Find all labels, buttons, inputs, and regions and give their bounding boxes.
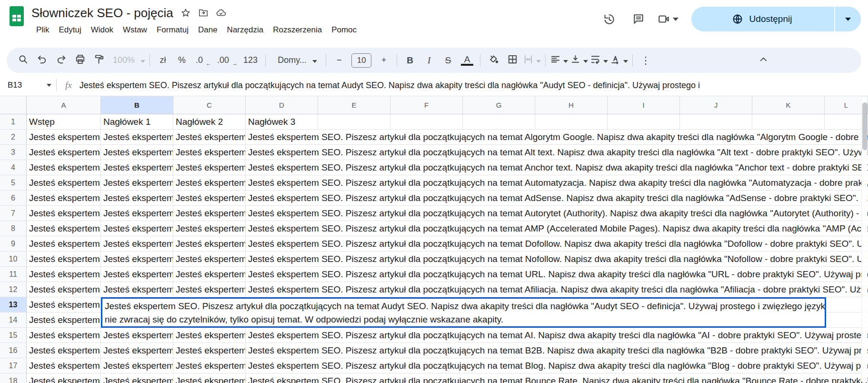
cell-D11[interactable]: Jesteś ekspertem SEO. Piszesz artykuł dl…: [246, 267, 868, 282]
vertical-align-button[interactable]: [570, 51, 588, 70]
cell-C2[interactable]: Jesteś ekspertem SEO.: [173, 130, 246, 145]
cell-B1[interactable]: Nagłówek 1: [101, 114, 173, 130]
row-number-9[interactable]: 9: [0, 236, 27, 252]
increase-decimal-button[interactable]: .00→: [214, 51, 238, 70]
more-toolbar-button[interactable]: ⋮: [637, 51, 654, 70]
menu-item-wstaw[interactable]: Wstaw: [118, 24, 152, 36]
zoom-select[interactable]: 100%: [110, 51, 145, 70]
row-number-10[interactable]: 10: [0, 252, 27, 267]
cell-B11[interactable]: Jesteś ekspertem SEO.: [101, 267, 173, 282]
text-rotation-button[interactable]: [610, 51, 628, 70]
column-header-J[interactable]: J: [680, 96, 752, 114]
bold-button[interactable]: B: [401, 51, 419, 70]
cell-A14[interactable]: Jesteś ekspertem SEO.: [27, 312, 101, 328]
cell-A7[interactable]: Jesteś ekspertem SEO.: [27, 206, 101, 221]
cell-B17[interactable]: Jesteś ekspertem SEO.: [101, 358, 173, 373]
cell-A12[interactable]: Jesteś ekspertem SEO.: [27, 282, 101, 297]
share-dropdown[interactable]: [834, 7, 861, 31]
cell-C15[interactable]: Jesteś ekspertem SEO.: [173, 328, 246, 343]
cell-D12[interactable]: Jesteś ekspertem SEO. Piszesz artykuł dl…: [246, 282, 868, 297]
menu-item-dane[interactable]: Dane: [193, 24, 222, 36]
vertical-scrollbar-thumb[interactable]: [862, 102, 868, 150]
row-number-4[interactable]: 4: [0, 160, 27, 175]
row-number-11[interactable]: 11: [0, 267, 27, 282]
row-number-17[interactable]: 17: [0, 358, 27, 373]
cell-D17[interactable]: Jesteś ekspertem SEO. Piszesz artykuł dl…: [246, 358, 868, 373]
print-button[interactable]: [71, 51, 89, 70]
more-formats-button[interactable]: 123: [240, 51, 261, 70]
horizontal-align-button-caret-icon[interactable]: [563, 56, 568, 65]
cell-B15[interactable]: Jesteś ekspertem SEO.: [101, 328, 173, 343]
cell-D8[interactable]: Jesteś ekspertem SEO. Piszesz artykuł dl…: [246, 221, 868, 236]
decrease-decimal-button[interactable]: .0←: [192, 51, 212, 70]
cell-A6[interactable]: Jesteś ekspertem SEO.: [27, 191, 101, 206]
percent-format-button[interactable]: %: [173, 51, 190, 70]
menu-item-formatuj[interactable]: Formatuj: [152, 24, 193, 36]
cell-D5[interactable]: Jesteś ekspertem SEO. Piszesz artykuł dl…: [246, 175, 868, 191]
move-folder-icon[interactable]: [198, 8, 209, 18]
row-number-15[interactable]: 15: [0, 328, 27, 343]
cell-D2[interactable]: Jesteś ekspertem SEO. Piszesz artykuł dl…: [246, 130, 868, 145]
cell-C4[interactable]: Jesteś ekspertem SEO.: [173, 160, 246, 175]
column-header-B[interactable]: B: [101, 96, 173, 114]
cell-B2[interactable]: Jesteś ekspertem SEO.: [101, 130, 173, 145]
cell-D6[interactable]: Jesteś ekspertem SEO. Piszesz artykuł dl…: [246, 191, 868, 206]
cell-C10[interactable]: Jesteś ekspertem SEO.: [173, 252, 246, 267]
fill-color-button[interactable]: [485, 51, 502, 70]
currency-format-button[interactable]: zł: [154, 51, 171, 70]
row-number-6[interactable]: 6: [0, 191, 27, 206]
meet-video-icon[interactable]: [657, 8, 679, 30]
cell-D1[interactable]: Nagłówek 3: [246, 114, 868, 130]
decrease-font-size-button[interactable]: −: [330, 51, 348, 70]
cell-A11[interactable]: Jesteś ekspertem SEO.: [27, 267, 101, 282]
increase-font-size-button[interactable]: +: [375, 51, 392, 70]
italic-button[interactable]: I: [420, 51, 438, 70]
cell-D4[interactable]: Jesteś ekspertem SEO. Piszesz artykuł dl…: [246, 160, 868, 175]
redo-button[interactable]: [52, 51, 70, 70]
paint-format-button[interactable]: [90, 51, 108, 70]
row-number-16[interactable]: 16: [0, 343, 27, 358]
cell-A8[interactable]: Jesteś ekspertem SEO.: [27, 221, 101, 236]
star-icon[interactable]: [180, 8, 191, 18]
merge-cells-button-caret-icon[interactable]: [536, 56, 541, 65]
font-select[interactable]: Domy...: [270, 51, 321, 70]
row-number-3[interactable]: 3: [0, 145, 27, 160]
menu-item-rozszerzenia[interactable]: Rozszerzenia: [268, 24, 327, 36]
cell-A18[interactable]: Jesteś ekspertem SEO.: [27, 373, 101, 383]
cloud-status-icon[interactable]: [216, 8, 226, 18]
horizontal-align-button[interactable]: [550, 51, 568, 70]
column-header-I[interactable]: I: [608, 96, 680, 114]
cell-D10[interactable]: Jesteś ekspertem SEO. Piszesz artykuł dl…: [246, 252, 868, 267]
cell-B6[interactable]: Jesteś ekspertem SEO.: [101, 191, 173, 206]
vertical-scrollbar[interactable]: [861, 98, 868, 382]
cell-A13[interactable]: Jesteś ekspertem SEO.: [27, 297, 101, 312]
cell-A5[interactable]: Jesteś ekspertem SEO.: [27, 175, 101, 191]
row-number-5[interactable]: 5: [0, 175, 27, 191]
cell-C5[interactable]: Jesteś ekspertem SEO.: [173, 175, 246, 191]
cell-A3[interactable]: Jesteś ekspertem SEO.: [27, 145, 101, 160]
select-all-corner[interactable]: [0, 96, 27, 114]
cell-A1[interactable]: Wstęp: [27, 114, 101, 130]
cell-C11[interactable]: Jesteś ekspertem SEO.: [173, 267, 246, 282]
cell-B18[interactable]: Jesteś ekspertem SEO.: [101, 373, 173, 383]
row-number-18[interactable]: 18: [0, 373, 27, 383]
text-wrap-button[interactable]: [590, 51, 608, 70]
cell-B4[interactable]: Jesteś ekspertem SEO.: [101, 160, 173, 175]
cell-C7[interactable]: Jesteś ekspertem SEO.: [173, 206, 246, 221]
text-color-button[interactable]: A: [459, 51, 476, 70]
cell-D7[interactable]: Jesteś ekspertem SEO. Piszesz artykuł dl…: [246, 206, 868, 221]
cell-B12[interactable]: Jesteś ekspertem SEO.: [101, 282, 173, 297]
row-number-12[interactable]: 12: [0, 282, 27, 297]
cell-C12[interactable]: Jesteś ekspertem SEO.: [173, 282, 246, 297]
strikethrough-button[interactable]: S: [439, 51, 457, 70]
cell-D16[interactable]: Jesteś ekspertem SEO. Piszesz artykuł dl…: [246, 343, 868, 358]
cell-A4[interactable]: Jesteś ekspertem SEO.: [27, 160, 101, 175]
share-button[interactable]: Udostępnij: [691, 7, 861, 31]
name-box-caret-icon[interactable]: [47, 84, 51, 87]
column-header-D[interactable]: D: [246, 96, 318, 114]
cell-C1[interactable]: Nagłówek 2: [173, 114, 246, 130]
row-number-14[interactable]: 14: [0, 312, 27, 328]
document-title[interactable]: Słowniczek SEO - pojęcia: [31, 6, 173, 20]
cell-C6[interactable]: Jesteś ekspertem SEO.: [173, 191, 246, 206]
menu-item-widok[interactable]: Widok: [86, 24, 118, 36]
